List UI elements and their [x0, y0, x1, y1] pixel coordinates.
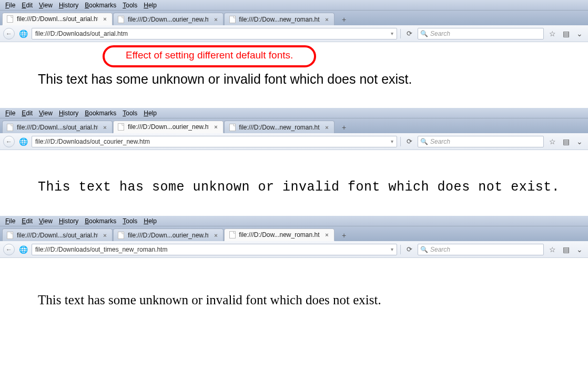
menu-edit[interactable]: Edit	[18, 1, 36, 10]
close-icon[interactable]: ×	[102, 232, 108, 238]
blank-page-icon	[229, 124, 236, 131]
tab-label: file:///D:/Downl...s/out_arial.htm	[17, 15, 98, 23]
url-input[interactable]: file:///D:/Downloads/out_arial.htm ▾	[32, 28, 397, 39]
reload-button[interactable]: ⟳	[404, 244, 414, 255]
menu-help[interactable]: Help	[140, 216, 160, 226]
tab-times[interactable]: file:///D:/Dow...new_roman.htm ×	[224, 228, 334, 241]
reload-button[interactable]: ⟳	[404, 136, 414, 147]
menu-bookmarks[interactable]: Bookmarks	[82, 216, 119, 226]
menu-file[interactable]: File	[2, 1, 18, 10]
pocket-icon[interactable]: ⌄	[574, 28, 585, 39]
site-identity-icon[interactable]: 🌐	[18, 136, 28, 147]
tab-times[interactable]: file:///D:/Dow...new_roman.htm ×	[224, 13, 334, 25]
menu-file[interactable]: File	[2, 216, 18, 226]
bookmark-star-icon[interactable]: ☆	[547, 244, 557, 255]
pocket-icon[interactable]: ⌄	[574, 136, 585, 147]
blank-page-icon	[118, 232, 125, 239]
close-icon[interactable]: ×	[102, 124, 108, 131]
tab-arial[interactable]: file:///D:/Downl...s/out_arial.htm ×	[2, 228, 113, 241]
close-icon[interactable]: ×	[324, 124, 330, 131]
menu-file[interactable]: File	[2, 108, 18, 118]
new-tab-button[interactable]: +	[337, 14, 351, 25]
separator	[400, 137, 401, 146]
url-input[interactable]: file:///D:/Downloads/out_times_new_roman…	[32, 244, 397, 255]
menu-view[interactable]: View	[36, 1, 56, 10]
blank-page-icon	[229, 16, 236, 23]
tab-arial[interactable]: file:///D:/Downl...s/out_arial.htm ×	[2, 13, 113, 25]
new-tab-button[interactable]: +	[337, 230, 351, 241]
tab-courier[interactable]: file:///D:/Down...ourier_new.htm ×	[113, 13, 224, 25]
menu-bookmarks[interactable]: Bookmarks	[82, 1, 119, 10]
menu-tools[interactable]: Tools	[119, 1, 140, 10]
menu-tools[interactable]: Tools	[119, 108, 140, 118]
close-icon[interactable]: ×	[213, 124, 219, 130]
menu-history[interactable]: History	[56, 108, 82, 118]
tab-times[interactable]: file:///D:/Dow...new_roman.htm ×	[224, 121, 334, 133]
separator	[400, 29, 401, 38]
search-icon: 🔍	[420, 30, 428, 37]
tab-label: file:///D:/Downl...s/out_arial.htm	[17, 232, 98, 239]
close-icon[interactable]: ×	[324, 16, 330, 23]
navbar: ← 🌐 file:///D:/Downloads/out_times_new_r…	[0, 241, 588, 258]
tabstrip: file:///D:/Downl...s/out_arial.htm × fil…	[0, 11, 588, 25]
bookmark-star-icon[interactable]: ☆	[547, 136, 557, 147]
body-text-times: This text has some unknown or invalid fo…	[38, 293, 588, 307]
pocket-icon[interactable]: ⌄	[574, 244, 585, 255]
search-icon: 🔍	[420, 246, 428, 253]
sidebar-icon[interactable]: ▤	[561, 136, 571, 147]
close-icon[interactable]: ×	[324, 232, 330, 238]
url-text: file:///D:/Downloads/out_arial.htm	[35, 30, 128, 37]
tab-courier[interactable]: file:///D:/Down...ourier_new.htm ×	[113, 228, 224, 241]
menu-history[interactable]: History	[56, 216, 82, 226]
back-button[interactable]: ←	[3, 28, 15, 39]
menubar: File Edit View History Bookmarks Tools H…	[0, 216, 588, 226]
sidebar-icon[interactable]: ▤	[561, 28, 571, 39]
history-dropdown-icon[interactable]: ▾	[391, 138, 393, 144]
tab-label: file:///D:/Down...ourier_new.htm	[128, 232, 209, 239]
tab-courier[interactable]: file:///D:/Down...ourier_new.htm ×	[113, 121, 224, 133]
history-dropdown-icon[interactable]: ▾	[391, 31, 393, 36]
reload-button[interactable]: ⟳	[404, 28, 414, 39]
url-text: file:///D:/Downloads/out_courier_new.htm	[35, 138, 150, 145]
menu-history[interactable]: History	[56, 1, 82, 10]
page-content: This text has some unknown or invalid fo…	[0, 150, 588, 216]
menu-bookmarks[interactable]: Bookmarks	[82, 108, 119, 118]
site-identity-icon[interactable]: 🌐	[18, 244, 28, 255]
navbar: ← 🌐 file:///D:/Downloads/out_courier_new…	[0, 133, 588, 150]
close-icon[interactable]: ×	[102, 16, 108, 22]
new-tab-button[interactable]: +	[337, 122, 351, 133]
search-input[interactable]: 🔍 Search	[418, 244, 544, 255]
menu-edit[interactable]: Edit	[18, 108, 36, 118]
menu-help[interactable]: Help	[140, 108, 160, 118]
menu-view[interactable]: View	[36, 108, 56, 118]
back-button[interactable]: ←	[3, 244, 15, 255]
blank-page-icon	[118, 123, 125, 131]
close-icon[interactable]: ×	[213, 16, 219, 23]
search-input[interactable]: 🔍 Search	[418, 136, 544, 147]
search-placeholder: Search	[430, 138, 450, 145]
history-dropdown-icon[interactable]: ▾	[391, 246, 393, 252]
tab-label: file:///D:/Downl...s/out_arial.htm	[17, 124, 98, 131]
svg-rect-3	[7, 124, 13, 131]
menubar: File Edit View History Bookmarks Tools H…	[0, 0, 588, 11]
site-identity-icon[interactable]: 🌐	[18, 28, 28, 39]
tab-label: file:///D:/Down...ourier_new.htm	[128, 123, 209, 131]
menu-help[interactable]: Help	[140, 1, 160, 10]
svg-rect-7	[118, 232, 124, 238]
menu-tools[interactable]: Tools	[119, 216, 140, 226]
menu-view[interactable]: View	[36, 216, 56, 226]
browser-window-arial: File Edit View History Bookmarks Tools H…	[0, 0, 588, 108]
search-placeholder: Search	[430, 246, 450, 253]
back-button[interactable]: ←	[3, 136, 15, 147]
blank-page-icon	[7, 232, 14, 239]
browser-window-courier: File Edit View History Bookmarks Tools H…	[0, 108, 588, 216]
tab-label: file:///D:/Dow...new_roman.htm	[239, 16, 320, 23]
url-input[interactable]: file:///D:/Downloads/out_courier_new.htm…	[32, 136, 397, 147]
close-icon[interactable]: ×	[213, 232, 219, 238]
menu-edit[interactable]: Edit	[18, 216, 36, 226]
tab-arial[interactable]: file:///D:/Downl...s/out_arial.htm ×	[2, 121, 113, 133]
sidebar-icon[interactable]: ▤	[561, 244, 571, 255]
bookmark-star-icon[interactable]: ☆	[547, 28, 557, 39]
search-input[interactable]: 🔍 Search	[418, 28, 544, 39]
svg-rect-4	[118, 124, 124, 131]
